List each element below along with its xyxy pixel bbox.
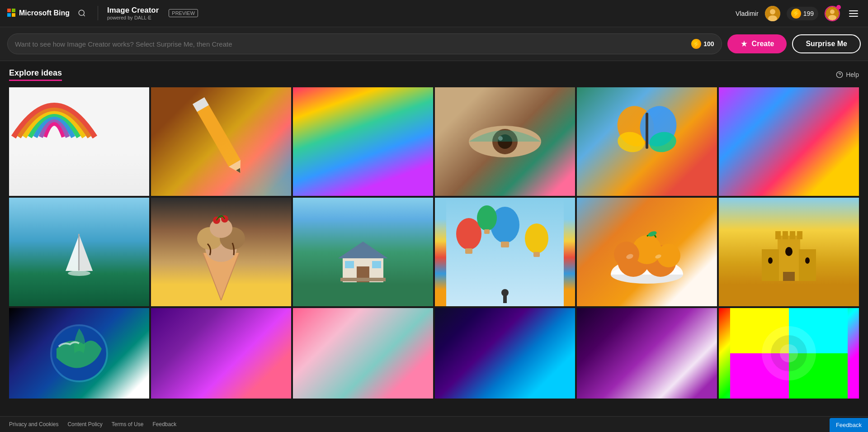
image-cell-castle[interactable] xyxy=(719,198,859,306)
svg-point-11 xyxy=(828,15,836,20)
svg-line-5 xyxy=(83,15,85,16)
avatar-icon xyxy=(765,6,780,21)
svg-rect-48 xyxy=(465,248,472,254)
svg-rect-67 xyxy=(775,231,781,239)
image-cell-purple[interactable] xyxy=(151,308,291,399)
svg-rect-72 xyxy=(799,249,816,281)
help-label: Help xyxy=(846,71,859,78)
svg-rect-69 xyxy=(790,231,795,239)
search-lightning-icon: ⚡ xyxy=(691,39,701,49)
svg-rect-26 xyxy=(646,113,648,149)
svg-point-86 xyxy=(780,344,798,362)
svg-marker-41 xyxy=(338,242,388,258)
image-cell-icecream[interactable] xyxy=(151,198,291,306)
sailboat-svg xyxy=(61,230,97,285)
svg-point-7 xyxy=(770,9,775,14)
svg-rect-50 xyxy=(501,242,509,247)
image-cell-colorful[interactable] xyxy=(719,308,859,399)
user-name: Vladimir xyxy=(736,10,759,17)
boost-avatar-icon xyxy=(826,7,839,20)
svg-point-73 xyxy=(785,247,793,256)
feedback-footer-link[interactable]: Feedback xyxy=(152,421,176,427)
preview-badge: PREVIEW xyxy=(169,9,198,17)
svg-point-4 xyxy=(79,10,84,16)
svg-rect-1 xyxy=(12,9,15,12)
surprise-label: Surprise Me xyxy=(806,40,847,47)
image-cell-temple[interactable] xyxy=(577,308,717,399)
terms-link[interactable]: Terms of Use xyxy=(112,421,144,427)
svg-point-53 xyxy=(477,205,497,231)
image-cell-splash[interactable] xyxy=(719,87,859,196)
feedback-button[interactable]: Feedback xyxy=(830,418,868,432)
search-bar-area: ⚡ 100 Create Surprise Me xyxy=(0,27,868,61)
svg-rect-29 xyxy=(78,234,80,271)
create-button[interactable]: Create xyxy=(727,34,787,53)
image-cell-butterfly[interactable] xyxy=(577,87,717,196)
image-creator-sub: powered by DALL·E xyxy=(107,15,159,21)
svg-rect-71 xyxy=(762,249,779,281)
svg-point-61 xyxy=(614,242,639,267)
svg-rect-0 xyxy=(7,9,11,12)
image-creator-title: Image Creator xyxy=(107,6,159,15)
svg-point-74 xyxy=(768,257,773,264)
bing-logo-text: Microsoft Bing xyxy=(19,9,70,17)
search-input-wrapper: ⚡ 100 xyxy=(7,33,722,54)
image-creator-branding: Image Creator powered by DALL·E xyxy=(107,6,159,21)
svg-rect-44 xyxy=(372,261,381,268)
image-cell-pencil[interactable] xyxy=(151,87,291,196)
boost-count: 199 xyxy=(803,10,814,17)
eye-svg xyxy=(464,119,546,164)
image-cell-ribbons[interactable] xyxy=(293,87,433,196)
search-icon xyxy=(78,9,86,17)
header-left: Microsoft Bing Image Creator powered by … xyxy=(7,6,198,21)
help-button[interactable]: Help xyxy=(836,71,859,78)
rainbow-svg xyxy=(9,87,99,142)
search-icon-btn[interactable] xyxy=(75,6,89,20)
header: Microsoft Bing Image Creator powered by … xyxy=(0,0,868,27)
hamburger-line-3 xyxy=(849,16,858,17)
bing-logo[interactable]: Microsoft Bing xyxy=(7,9,70,18)
svg-point-10 xyxy=(830,9,835,14)
svg-rect-2 xyxy=(7,13,11,17)
surprise-button[interactable]: Surprise Me xyxy=(792,34,861,53)
hamburger-line-1 xyxy=(849,10,858,11)
search-boost-badge: ⚡ 100 xyxy=(691,39,714,49)
image-cell-oranges[interactable] xyxy=(577,198,717,306)
image-cell-balloons[interactable] xyxy=(435,198,575,306)
image-cell-rainbow[interactable] xyxy=(9,87,149,196)
svg-rect-52 xyxy=(533,252,540,257)
image-cell-house[interactable] xyxy=(293,198,433,306)
boost-avatar-ring[interactable] xyxy=(825,6,840,21)
image-cell-pink-tropical[interactable] xyxy=(293,308,433,399)
svg-rect-70 xyxy=(797,231,802,239)
privacy-link[interactable]: Privacy and Cookies xyxy=(9,421,58,427)
content-policy-link[interactable]: Content Policy xyxy=(67,421,102,427)
butterfly-svg xyxy=(615,104,679,158)
oranges-svg xyxy=(602,216,692,288)
help-icon xyxy=(836,71,843,78)
svg-rect-43 xyxy=(345,261,354,268)
svg-point-30 xyxy=(68,271,90,276)
hamburger-button[interactable] xyxy=(846,8,861,19)
image-grid xyxy=(9,87,859,399)
avatar[interactable] xyxy=(765,6,780,21)
hamburger-line-2 xyxy=(849,13,858,14)
svg-rect-68 xyxy=(783,231,788,239)
create-sparkle-icon xyxy=(740,40,748,48)
image-cell-earth[interactable] xyxy=(9,308,149,399)
explore-header: Explore ideas Help xyxy=(9,68,859,81)
house-svg xyxy=(336,239,390,285)
header-right: Vladimir ⚡ 199 xyxy=(736,6,861,21)
svg-point-51 xyxy=(525,223,548,253)
svg-point-75 xyxy=(805,257,810,264)
create-label: Create xyxy=(752,40,774,48)
boost-badge[interactable]: ⚡ 199 xyxy=(787,7,818,20)
svg-rect-54 xyxy=(484,229,490,234)
explore-title: Explore ideas xyxy=(9,68,62,81)
image-cell-nebula[interactable] xyxy=(435,308,575,399)
prompt-input[interactable] xyxy=(15,40,687,48)
image-cell-eye[interactable] xyxy=(435,87,575,196)
image-cell-sailboat[interactable] xyxy=(9,198,149,306)
boost-lightning-icon: ⚡ xyxy=(791,9,801,19)
bing-logo-icon xyxy=(7,9,16,18)
